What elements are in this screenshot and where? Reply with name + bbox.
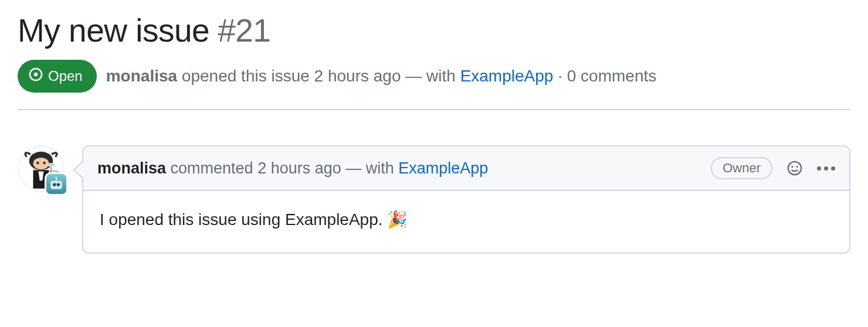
issue-open-icon xyxy=(28,67,43,86)
svg-point-15 xyxy=(788,162,801,175)
issue-state-label: Open xyxy=(48,68,83,84)
comment-commented-text: commented 2 hours ago — with xyxy=(171,159,394,177)
issue-state-badge: Open xyxy=(18,60,97,93)
issue-app-link[interactable]: ExampleApp xyxy=(460,67,554,85)
role-label: Owner xyxy=(711,157,772,179)
issue-title: My new issue xyxy=(18,12,209,49)
comment-body: I opened this issue using ExampleApp. 🎉 xyxy=(83,191,849,253)
issue-meta-text: monalisa opened this issue 2 hours ago —… xyxy=(106,67,657,86)
avatar-wrap xyxy=(18,145,65,192)
comment-header-left: monalisa commented 2 hours ago — with Ex… xyxy=(97,159,488,178)
svg-point-9 xyxy=(47,163,55,167)
svg-point-5 xyxy=(36,162,39,165)
svg-point-6 xyxy=(43,162,46,165)
kebab-icon xyxy=(817,166,835,171)
comment-header: monalisa commented 2 hours ago — with Ex… xyxy=(83,147,849,191)
svg-point-14 xyxy=(55,176,57,178)
comment-menu-button[interactable] xyxy=(817,166,835,171)
bot-badge-icon xyxy=(45,172,68,196)
comment-header-right: Owner xyxy=(711,157,835,179)
svg-point-1 xyxy=(34,73,38,77)
svg-point-4 xyxy=(33,158,49,169)
comment-author-link[interactable]: monalisa xyxy=(97,159,166,177)
comment-app-link[interactable]: ExampleApp xyxy=(398,159,488,177)
svg-rect-10 xyxy=(50,181,62,189)
add-reaction-button[interactable] xyxy=(786,160,803,176)
timeline: monalisa commented 2 hours ago — with Ex… xyxy=(18,145,850,254)
comment-box: monalisa commented 2 hours ago — with Ex… xyxy=(82,145,850,254)
issue-meta-row: Open monalisa opened this issue 2 hours … xyxy=(18,60,850,110)
svg-point-11 xyxy=(53,183,56,186)
svg-point-17 xyxy=(796,166,798,168)
issue-opened-text: opened this issue 2 hours ago — with xyxy=(182,67,456,85)
issue-author-link[interactable]: monalisa xyxy=(106,67,177,85)
svg-point-12 xyxy=(57,183,60,186)
issue-number: #21 xyxy=(218,12,270,49)
svg-point-16 xyxy=(791,166,793,168)
issue-comments-count: · 0 comments xyxy=(558,67,656,85)
issue-title-row: My new issue #21 xyxy=(18,12,850,49)
